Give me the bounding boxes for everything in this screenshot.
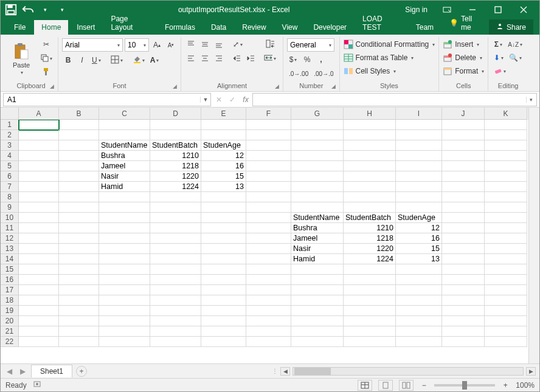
cell[interactable] — [485, 151, 527, 161]
cell[interactable] — [442, 171, 485, 182]
cell[interactable] — [246, 182, 291, 192]
cell[interactable] — [99, 337, 150, 347]
row-header[interactable]: 11 — [1, 223, 19, 233]
cell[interactable] — [19, 192, 59, 202]
cell[interactable] — [291, 326, 344, 337]
name-box-dropdown-icon[interactable]: ▼ — [200, 97, 210, 103]
cell[interactable] — [442, 140, 485, 151]
increase-decimal-button[interactable]: .0→.00 — [287, 67, 310, 80]
cell[interactable] — [19, 295, 59, 306]
column-header[interactable]: G — [291, 108, 344, 120]
cell[interactable] — [396, 264, 442, 275]
cell[interactable] — [59, 151, 99, 161]
row-header[interactable]: 3 — [1, 140, 19, 151]
italic-button[interactable]: I — [76, 54, 88, 66]
cell[interactable] — [99, 120, 150, 130]
formula-bar[interactable]: ▾ — [252, 93, 537, 106]
comma-format-button[interactable]: , — [315, 53, 327, 66]
cell[interactable] — [99, 213, 150, 223]
cell[interactable] — [396, 337, 442, 347]
cell[interactable] — [201, 316, 246, 326]
zoom-out-button[interactable]: − — [420, 381, 428, 390]
cell[interactable] — [99, 306, 150, 316]
cell[interactable] — [201, 244, 246, 254]
cell[interactable] — [99, 192, 150, 202]
font-size-combo[interactable]: 10▾ — [125, 38, 149, 52]
cell[interactable]: StudenAge — [201, 140, 246, 151]
cell[interactable] — [150, 326, 201, 337]
cell[interactable] — [485, 285, 527, 295]
align-bottom-button[interactable] — [213, 38, 225, 50]
column-header[interactable]: A — [19, 108, 59, 120]
cell[interactable] — [396, 120, 442, 130]
cell[interactable] — [99, 285, 150, 295]
zoom-value[interactable]: 100% — [516, 381, 535, 390]
insert-function-button[interactable]: fx — [239, 95, 252, 104]
cell[interactable] — [246, 213, 291, 223]
cell[interactable] — [344, 151, 396, 161]
cell[interactable] — [344, 202, 396, 213]
cell[interactable] — [99, 295, 150, 306]
close-button[interactable] — [511, 1, 536, 19]
cell[interactable] — [201, 192, 246, 202]
cell[interactable]: 1210 — [150, 151, 201, 161]
cell[interactable] — [59, 306, 99, 316]
expand-formula-bar-icon[interactable]: ▾ — [526, 97, 536, 103]
cell[interactable] — [485, 223, 527, 233]
cell[interactable] — [396, 285, 442, 295]
row-header[interactable]: 9 — [1, 202, 19, 213]
cell[interactable] — [99, 202, 150, 213]
cell[interactable]: Bushra — [99, 151, 150, 161]
cell[interactable] — [246, 306, 291, 316]
percent-format-button[interactable]: % — [301, 53, 313, 66]
cell[interactable] — [246, 202, 291, 213]
cell[interactable] — [485, 316, 527, 326]
cell[interactable] — [99, 316, 150, 326]
cell[interactable] — [59, 285, 99, 295]
dialog-launcher-icon[interactable]: ◢ — [275, 83, 279, 89]
cell[interactable] — [485, 202, 527, 213]
cell[interactable] — [59, 295, 99, 306]
cell[interactable] — [19, 223, 59, 233]
cell[interactable] — [150, 223, 201, 233]
cell[interactable] — [442, 161, 485, 171]
cell[interactable] — [201, 275, 246, 285]
cell[interactable]: Jameel — [291, 233, 344, 244]
cell[interactable] — [99, 244, 150, 254]
row-header[interactable]: 1 — [1, 120, 19, 130]
cell[interactable] — [396, 275, 442, 285]
align-middle-button[interactable] — [199, 38, 211, 50]
cell[interactable] — [485, 213, 527, 223]
cell[interactable] — [344, 130, 396, 140]
cell[interactable] — [201, 337, 246, 347]
tab-insert[interactable]: Insert — [69, 20, 102, 35]
cell[interactable]: 1218 — [150, 161, 201, 171]
save-icon[interactable] — [4, 3, 18, 16]
cell[interactable] — [485, 254, 527, 264]
cell[interactable] — [344, 275, 396, 285]
cell[interactable] — [396, 140, 442, 151]
cell[interactable] — [291, 275, 344, 285]
cell[interactable] — [396, 171, 442, 182]
column-header[interactable]: K — [485, 108, 527, 120]
sheet-tab-active[interactable]: Sheet1 — [31, 365, 72, 377]
cell[interactable] — [201, 202, 246, 213]
view-page-break-button[interactable] — [399, 380, 414, 391]
column-header[interactable]: B — [59, 108, 99, 120]
share-button[interactable]: Share — [489, 19, 533, 35]
accounting-format-button[interactable]: $▾ — [287, 53, 299, 66]
align-left-button[interactable] — [185, 52, 197, 64]
tab-developer[interactable]: Developer — [306, 20, 354, 35]
row-header[interactable]: 20 — [1, 316, 19, 326]
cell[interactable] — [246, 130, 291, 140]
font-name-combo[interactable]: Arial▾ — [62, 38, 123, 52]
fill-color-button[interactable]: ▾ — [131, 54, 147, 66]
cell[interactable] — [291, 182, 344, 192]
cell[interactable] — [150, 244, 201, 254]
cell[interactable] — [150, 275, 201, 285]
cell[interactable] — [246, 233, 291, 244]
cell[interactable]: Jameel — [99, 161, 150, 171]
cell[interactable] — [344, 295, 396, 306]
name-box-input[interactable] — [4, 95, 200, 104]
increase-font-button[interactable]: A▴ — [151, 39, 163, 51]
